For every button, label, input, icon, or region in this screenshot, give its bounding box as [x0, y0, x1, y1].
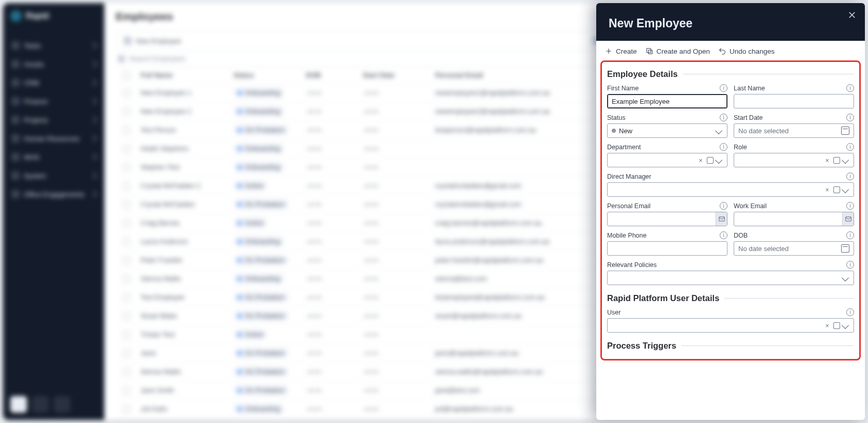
row-checkbox[interactable]: [123, 350, 130, 357]
row-checkbox[interactable]: [123, 108, 130, 115]
nav-icon: [11, 97, 20, 105]
row-checkbox[interactable]: [123, 127, 130, 134]
row-checkbox[interactable]: [123, 368, 130, 375]
info-icon[interactable]: i: [846, 143, 854, 151]
info-icon[interactable]: i: [846, 114, 854, 121]
row-checkbox[interactable]: [123, 164, 130, 171]
info-icon[interactable]: i: [846, 261, 854, 269]
row-checkbox[interactable]: [123, 312, 130, 320]
last-name-field: Last Namei: [734, 84, 854, 108]
chevron-right-icon: [90, 153, 97, 161]
open-icon[interactable]: [833, 322, 840, 329]
col-name[interactable]: Full Name: [141, 71, 234, 79]
undo-icon: [718, 47, 726, 55]
sidebar-nav: TasksAssetsCRMFinanceProjectsHuman Resou…: [3, 35, 104, 389]
status-select[interactable]: New: [607, 123, 727, 138]
sidebar-item[interactable]: Office Engagements: [6, 186, 101, 202]
row-checkbox[interactable]: [123, 275, 130, 283]
open-icon[interactable]: [833, 157, 840, 164]
department-select[interactable]: ×: [607, 153, 727, 167]
clear-icon[interactable]: ×: [824, 156, 831, 164]
info-icon[interactable]: i: [720, 202, 727, 210]
footer-button-3[interactable]: [54, 396, 70, 413]
info-icon[interactable]: i: [720, 114, 727, 121]
create-and-open-button[interactable]: Create and Open: [645, 47, 710, 55]
first-name-input[interactable]: Example Employee: [607, 94, 727, 108]
direct-manager-select[interactable]: ×: [607, 182, 854, 197]
info-icon[interactable]: i: [846, 84, 854, 92]
mail-button[interactable]: [842, 212, 854, 226]
info-icon[interactable]: i: [846, 173, 854, 180]
dob-input[interactable]: No date selected: [734, 241, 854, 256]
clear-icon[interactable]: ×: [697, 156, 704, 164]
section-process-triggers: Process Triggers: [607, 341, 854, 351]
role-select[interactable]: ×: [734, 153, 854, 167]
sidebar-item[interactable]: Finance: [6, 93, 101, 109]
nav-icon: [11, 60, 20, 68]
user-field: Useri ×: [607, 308, 854, 333]
row-checkbox[interactable]: [123, 331, 130, 338]
row-checkbox[interactable]: [123, 220, 130, 227]
row-checkbox[interactable]: [123, 89, 130, 97]
sidebar-item[interactable]: Human Resources: [6, 130, 101, 147]
direct-manager-field: Direct Manageri ×: [607, 173, 854, 197]
info-icon[interactable]: i: [720, 84, 727, 92]
panel-title: New Employee: [609, 17, 853, 30]
row-checkbox[interactable]: [123, 182, 130, 190]
col-start[interactable]: Start Date: [363, 71, 435, 79]
start-date-input[interactable]: No date selected: [734, 123, 854, 138]
row-checkbox[interactable]: [123, 201, 130, 208]
svg-rect-0: [646, 49, 650, 53]
select-all-checkbox[interactable]: [123, 72, 130, 79]
close-button[interactable]: [846, 9, 858, 21]
col-dob[interactable]: DOB: [306, 71, 363, 79]
sidebar-item[interactable]: Assets: [6, 56, 101, 72]
info-icon[interactable]: i: [846, 202, 854, 210]
row-checkbox[interactable]: [123, 294, 130, 301]
new-employee-button[interactable]: New Employee: [123, 37, 181, 45]
chevron-right-icon: [90, 98, 97, 105]
open-icon[interactable]: [707, 157, 714, 164]
col-status[interactable]: Status: [234, 71, 306, 79]
info-icon[interactable]: i: [846, 308, 854, 316]
footer-button-1[interactable]: [10, 396, 27, 413]
mobile-phone-field: Mobile Phonei: [607, 231, 727, 256]
status-dot-icon: [612, 129, 616, 133]
row-checkbox[interactable]: [123, 387, 130, 394]
mobile-phone-input[interactable]: [607, 241, 727, 256]
open-icon[interactable]: [833, 186, 840, 193]
mail-button[interactable]: [716, 212, 727, 226]
department-field: Departmenti ×: [607, 143, 727, 167]
sidebar-item[interactable]: Projects: [6, 112, 101, 128]
relevant-policies-field: Relevant Policiesi: [607, 261, 854, 285]
row-checkbox[interactable]: [123, 405, 130, 413]
nav-icon: [11, 79, 20, 87]
user-select[interactable]: ×: [607, 318, 854, 333]
row-checkbox[interactable]: [123, 145, 130, 152]
brand: Rapid: [3, 3, 104, 35]
sidebar-item[interactable]: System: [6, 167, 101, 184]
info-icon[interactable]: i: [720, 231, 727, 239]
work-email-input[interactable]: [734, 212, 854, 226]
panel-actionbar: Create Create and Open Undo changes: [596, 41, 865, 60]
nav-icon: [11, 134, 20, 143]
chevron-right-icon: [90, 79, 97, 86]
chevron-right-icon: [90, 191, 97, 198]
last-name-input[interactable]: [734, 94, 854, 108]
row-checkbox[interactable]: [123, 257, 130, 264]
relevant-policies-select[interactable]: [607, 271, 854, 285]
row-checkbox[interactable]: [123, 238, 130, 245]
panel-body[interactable]: Create Create and Open Undo changes Empl…: [596, 41, 865, 420]
sidebar-item[interactable]: WHS: [6, 149, 101, 165]
info-icon[interactable]: i: [720, 143, 727, 151]
clear-icon[interactable]: ×: [824, 186, 831, 194]
clear-icon[interactable]: ×: [824, 322, 831, 330]
personal-email-input[interactable]: [607, 212, 727, 226]
sidebar-item[interactable]: Tasks: [6, 37, 101, 54]
create-button[interactable]: Create: [605, 47, 637, 55]
info-icon[interactable]: i: [846, 231, 854, 239]
undo-changes-button[interactable]: Undo changes: [718, 47, 774, 55]
footer-button-2[interactable]: [32, 396, 49, 413]
chevron-down-icon: [842, 322, 849, 329]
sidebar-item[interactable]: CRM: [6, 74, 101, 91]
